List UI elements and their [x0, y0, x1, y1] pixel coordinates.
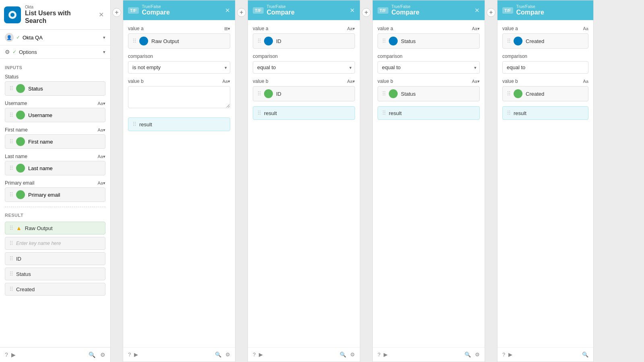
card3-aa-badge-b[interactable]: Aa▾ — [472, 79, 480, 84]
add-button-between-3-4[interactable]: + — [485, 0, 497, 362]
add-circle-icon[interactable]: + — [112, 8, 121, 17]
user-dropdown-arrow[interactable]: ▾ — [103, 35, 105, 40]
add-circle-icon[interactable]: + — [237, 8, 246, 17]
settings-icon[interactable]: ⚙ — [100, 352, 105, 358]
username-aa-badge[interactable]: Aa▾ — [98, 101, 105, 106]
card3-value-a-input[interactable]: ⠿ Status — [378, 33, 480, 49]
key-name-placeholder: Enter key name here — [16, 241, 61, 246]
card2-settings-icon[interactable]: ⚙ — [350, 352, 355, 358]
card2-play-icon[interactable]: ▶ — [259, 352, 263, 358]
card2-value-b-text: ID — [276, 91, 281, 97]
drag-handle: ⠿ — [257, 110, 261, 116]
card2-aa-badge-b[interactable]: Aa▾ — [347, 79, 355, 84]
drag-handle: ⠿ — [257, 38, 261, 44]
card4-search-icon[interactable]: 🔍 — [582, 352, 588, 358]
card3-close-icon[interactable]: ✕ — [475, 7, 480, 14]
drag-handle: ⠿ — [9, 165, 13, 171]
options-row[interactable]: ⚙ ✓ Options ▾ — [0, 45, 110, 59]
card1-subtitle: True/False — [142, 4, 170, 9]
lastname-input[interactable]: ⠿ Last name — [5, 161, 105, 175]
status-label-row: Status — [5, 74, 105, 80]
firstname-aa-badge[interactable]: Aa▾ — [98, 128, 105, 133]
card2-close-icon[interactable]: ✕ — [350, 7, 355, 14]
add-circle-icon[interactable]: + — [487, 8, 495, 17]
primaryemail-input[interactable]: ⠿ Primary email — [5, 187, 105, 202]
card1-play-icon[interactable]: ▶ — [134, 352, 138, 358]
okta-badge-blue — [264, 37, 273, 45]
add-button-before-card1[interactable]: + — [111, 0, 123, 362]
card1-value-a-input[interactable]: ⠿ Raw Output — [128, 33, 230, 49]
add-button-between-1-2[interactable]: + — [235, 0, 248, 362]
card3-comparison-wrapper[interactable]: equal to not equal to is empty is not em… — [378, 61, 480, 74]
card2-help-icon[interactable]: ? — [253, 352, 256, 358]
username-input[interactable]: ⠿ Username — [5, 108, 105, 122]
sidebar: Okta List Users withSearch ✕ 👤 ✓ Okta QA… — [0, 0, 111, 362]
card1-help-icon[interactable]: ? — [128, 352, 131, 358]
lastname-aa-badge[interactable]: Aa▾ — [98, 154, 105, 159]
result-key-name[interactable]: ⠿ Enter key name here — [5, 237, 105, 250]
add-circle-icon[interactable]: + — [362, 8, 371, 17]
card2-title-area: True/False Compare — [267, 4, 295, 16]
card4-value-a-input[interactable]: ⠿ Created — [502, 33, 588, 49]
card4-aa-badge-a[interactable]: Aa — [583, 26, 588, 31]
card2-comparison-select[interactable]: equal to not equal to is empty is not em… — [253, 61, 355, 74]
card1-comparison-select[interactable]: is not empty is empty equal to not equal… — [128, 61, 230, 74]
username-label-row: Username Aa▾ — [5, 101, 105, 106]
status-input-group: Status ⠿ Status — [5, 74, 105, 96]
search-icon[interactable]: 🔍 — [89, 352, 95, 358]
card2-aa-badge-a[interactable]: Aa▾ — [347, 26, 355, 31]
primaryemail-label: Primary email — [5, 180, 34, 186]
card3-aa-badge-a[interactable]: Aa▾ — [472, 26, 480, 31]
card1-search-icon[interactable]: 🔍 — [215, 352, 221, 358]
card3-value-b-input[interactable]: ⠿ Status — [378, 86, 480, 101]
username-input-group: Username Aa▾ ⠿ Username — [5, 101, 105, 122]
status-input[interactable]: ⠿ Status — [5, 81, 105, 96]
primaryemail-aa-badge[interactable]: Aa▾ — [98, 181, 105, 186]
result-id[interactable]: ⠿ ID — [5, 252, 105, 265]
help-icon[interactable]: ? — [5, 352, 8, 358]
card1-value-b-textarea[interactable] — [128, 86, 230, 108]
okta-badge-green — [514, 89, 522, 98]
card4-aa-badge-b[interactable]: Aa — [583, 79, 588, 84]
card2-value-b-input[interactable]: ⠿ ID — [253, 86, 355, 101]
okta-badge-blue — [139, 37, 148, 45]
user-row[interactable]: 👤 ✓ Okta QA ▾ — [0, 30, 110, 45]
card4-title: Compare — [516, 9, 544, 16]
card1-type-icon[interactable]: ⊞▾ — [224, 26, 230, 31]
card2-search-icon[interactable]: 🔍 — [340, 352, 346, 358]
card4-footer-right: 🔍 — [582, 352, 588, 358]
card2-value-a-input[interactable]: ⠿ ID — [253, 33, 355, 49]
card1-comparison-wrapper[interactable]: is not empty is empty equal to not equal… — [128, 61, 230, 74]
card4-play-icon[interactable]: ▶ — [508, 352, 512, 358]
card3-play-icon[interactable]: ▶ — [384, 352, 388, 358]
close-icon[interactable]: ✕ — [97, 9, 105, 20]
card4-help-icon[interactable]: ? — [502, 352, 505, 358]
card1-close-icon[interactable]: ✕ — [225, 7, 230, 14]
card4-value-b-input[interactable]: ⠿ Created — [502, 86, 588, 101]
raw-output-label: Raw Output — [25, 225, 53, 231]
lastname-label: Last name — [5, 154, 27, 159]
card2-comparison-wrapper[interactable]: equal to not equal to is empty is not em… — [253, 61, 355, 74]
result-raw-output[interactable]: ⠿ ▲ Raw Output — [5, 222, 105, 234]
card3-help-icon[interactable]: ? — [378, 352, 380, 358]
card3-search-icon[interactable]: 🔍 — [464, 352, 471, 358]
drag-handle: ⠿ — [9, 138, 13, 145]
result-created[interactable]: ⠿ Created — [5, 283, 105, 296]
add-button-between-2-3[interactable]: + — [360, 0, 372, 362]
card4-comparison-display[interactable]: equal to — [502, 61, 588, 74]
options-dropdown-arrow[interactable]: ▾ — [103, 49, 105, 55]
id-label: ID — [16, 256, 21, 262]
card4-subtitle: True/False — [516, 4, 544, 9]
play-icon[interactable]: ▶ — [11, 352, 16, 358]
firstname-input[interactable]: ⠿ First name — [5, 134, 105, 149]
card3-comparison-select[interactable]: equal to not equal to is empty is not em… — [378, 61, 480, 74]
card1-settings-icon[interactable]: ⚙ — [225, 352, 230, 358]
result-status[interactable]: ⠿ Status — [5, 267, 105, 280]
status-value: Status — [28, 86, 43, 92]
card1-aa-badge[interactable]: Aa▾ — [223, 79, 230, 84]
card1-body: value a ⊞▾ ⠿ Raw Output comparison is no… — [123, 20, 235, 347]
drag-handle: ⠿ — [9, 286, 13, 292]
drag-handle: ⠿ — [507, 90, 510, 97]
card3-body: value a Aa▾ ⠿ Status comparison equal to — [373, 20, 485, 347]
card3-settings-icon[interactable]: ⚙ — [475, 352, 480, 358]
